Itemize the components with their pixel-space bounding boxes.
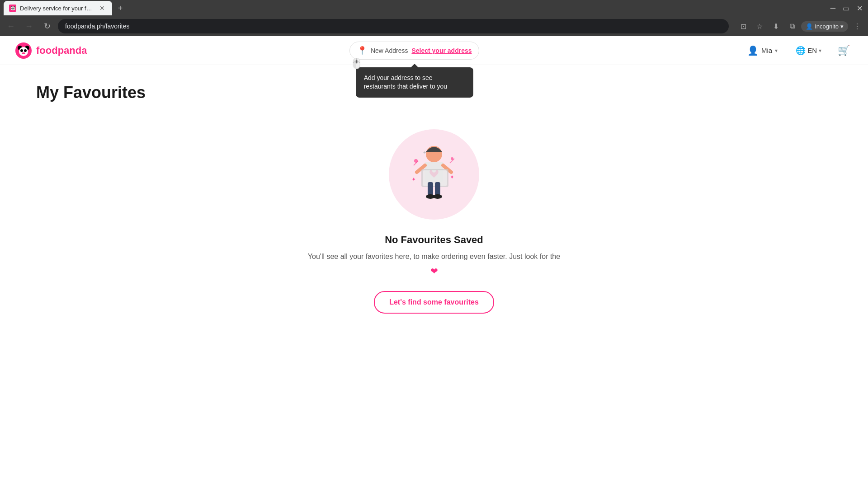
cart-button[interactable]: 🛒 (834, 41, 854, 60)
illustration-wrapper: ✦ ✦ ✦ (389, 129, 479, 220)
back-button[interactable]: ← (4, 19, 18, 33)
bookmark-icon[interactable]: ☆ (752, 19, 767, 33)
title-bar: 🐼 Delivery service for your favouri ✕ + … (0, 0, 868, 16)
svg-rect-10 (423, 170, 447, 186)
address-new-label: New Address (371, 47, 408, 54)
svg-text:✦: ✦ (411, 176, 416, 183)
incognito-menu-icon: ▾ (840, 23, 844, 30)
browser-tab[interactable]: 🐼 Delivery service for your favouri ✕ (4, 1, 112, 15)
svg-point-5 (24, 49, 27, 52)
incognito-label: Incognito (815, 23, 839, 30)
svg-text:✦: ✦ (423, 150, 426, 155)
location-icon: 📍 (357, 46, 367, 56)
panda-logo-icon (14, 42, 33, 60)
svg-rect-11 (428, 182, 433, 196)
address-bar-row: ← → ↻ foodpanda.ph/favorites ⊡ ☆ ⬇ ⧉ 👤 I… (0, 16, 868, 36)
browser-chrome: 🐼 Delivery service for your favouri ✕ + … (0, 0, 868, 36)
download-icon[interactable]: ⬇ (769, 19, 783, 33)
svg-point-6 (22, 52, 25, 54)
browser-toolbar-icons: ⊡ ☆ ⬇ ⧉ 👤 Incognito ▾ ⋮ (736, 19, 864, 33)
svg-point-3 (19, 47, 28, 56)
user-name: Mia (761, 47, 772, 54)
lang-chevron-icon: ▾ (819, 47, 821, 54)
svg-text:✦: ✦ (450, 174, 454, 180)
site-header: foodpanda 📍 New Address Select your addr… (0, 36, 868, 65)
window-controls: ─ ▭ ✕ (829, 2, 864, 14)
url-bar[interactable]: foodpanda.ph/favorites (58, 19, 729, 33)
main-content: My Favourites (0, 65, 868, 332)
svg-point-14 (433, 194, 442, 199)
header-right: 👤 Mia ▾ 🌐 EN ▾ 🛒 (742, 41, 854, 60)
tooltip-text: Add your address to see restaurants that… (364, 74, 447, 90)
globe-icon: 🌐 (796, 46, 806, 56)
close-window-button[interactable]: ✕ (855, 2, 864, 14)
address-selector[interactable]: 📍 New Address Select your address Add yo… (349, 42, 480, 60)
empty-state-description: You'll see all your favorites here, to m… (308, 251, 560, 262)
incognito-badge[interactable]: 👤 Incognito ▾ (801, 21, 848, 32)
user-menu-chevron-icon: ▾ (775, 47, 778, 54)
app-content: foodpanda 📍 New Address Select your addr… (0, 36, 868, 488)
header-center: 📍 New Address Select your address Add yo… (87, 42, 742, 60)
address-select-text: Select your address (411, 47, 472, 54)
language-label: EN (807, 47, 817, 54)
find-favourites-button[interactable]: Let's find some favourites (374, 291, 494, 314)
profile-icon: 👤 (806, 23, 813, 30)
svg-rect-12 (435, 182, 440, 196)
user-menu-button[interactable]: 👤 Mia ▾ (742, 42, 783, 59)
cart-icon: 🛒 (838, 45, 850, 56)
empty-state-illustration: ✦ ✦ ✦ (398, 138, 470, 211)
tab-close-button[interactable]: ✕ (98, 4, 107, 13)
tab-favicon: 🐼 (9, 5, 16, 12)
logo[interactable]: foodpanda (14, 42, 87, 60)
user-icon: 👤 (747, 45, 759, 56)
url-text: foodpanda.ph/favorites (65, 23, 722, 30)
minimize-button[interactable]: ─ (829, 2, 837, 14)
tab-title: Delivery service for your favouri (20, 5, 94, 12)
svg-point-4 (20, 49, 23, 52)
empty-state-title: No Favourites Saved (385, 234, 483, 246)
heart-icon-inline: ❤ (430, 266, 438, 277)
new-tab-button[interactable]: + (114, 2, 127, 14)
language-selector[interactable]: 🌐 EN ▾ (790, 43, 827, 58)
extensions-icon[interactable]: ⧉ (785, 19, 799, 33)
address-tooltip: Add your address to see restaurants that… (356, 67, 473, 98)
maximize-button[interactable]: ▭ (841, 2, 851, 14)
cast-icon[interactable]: ⊡ (736, 19, 750, 33)
reload-button[interactable]: ↻ (40, 19, 54, 33)
logo-text: foodpanda (36, 45, 87, 56)
menu-button[interactable]: ⋮ (850, 19, 864, 33)
empty-state: ✦ ✦ ✦ No Favourites Saved You'll see all… (36, 120, 832, 314)
forward-button[interactable]: → (22, 19, 36, 33)
